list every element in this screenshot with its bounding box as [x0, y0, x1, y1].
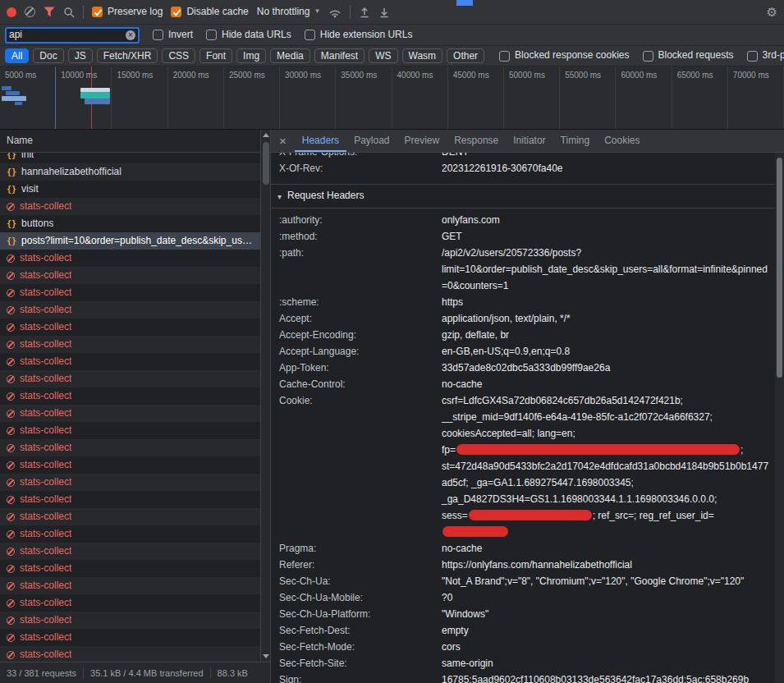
tab-cookies[interactable]: Cookies	[597, 130, 647, 152]
hide-extension-urls-checkbox[interactable]: Hide extension URLs	[305, 29, 413, 42]
request-row[interactable]: stats-collect	[0, 543, 270, 560]
request-row[interactable]: {}buttons	[0, 215, 270, 232]
header-name: Sec-Fetch-Mode:	[279, 639, 442, 655]
request-row[interactable]: stats-collect	[0, 387, 270, 405]
request-headers-list: :authority:onlyfans.com:method:GET:path:…	[271, 209, 784, 683]
request-row[interactable]: stats-collect	[0, 284, 270, 301]
request-row[interactable]: stats-collect	[0, 560, 270, 577]
request-row[interactable]: stats-collect	[0, 594, 270, 612]
request-row[interactable]: stats-collect	[0, 405, 270, 422]
filter-chip-manifest[interactable]: Manifest	[314, 48, 364, 63]
scrollbar-up-arrow-icon[interactable]	[263, 133, 269, 137]
blocked-request-icon	[7, 444, 15, 452]
request-row[interactable]: stats-collect	[0, 353, 270, 370]
tab-preview[interactable]: Preview	[397, 130, 447, 152]
json-request-icon: {}	[7, 219, 16, 228]
redaction-marker	[469, 510, 592, 520]
details-scrollbar-thumb[interactable]	[777, 158, 782, 378]
request-name: stats-collect	[20, 545, 71, 558]
request-row[interactable]: stats-collect	[0, 456, 270, 474]
request-name: stats-collect	[20, 269, 71, 282]
request-row[interactable]: {}visit	[0, 181, 270, 198]
scrollbar-down-arrow-icon[interactable]	[263, 654, 269, 658]
request-name: stats-collect	[20, 493, 71, 507]
request-row[interactable]: {}init	[0, 153, 270, 163]
tab-response[interactable]: Response	[447, 130, 506, 152]
waterfall-event-line	[55, 66, 56, 129]
checkbox-3rd-party-requests[interactable]: 3rd-party requests	[747, 49, 784, 62]
filter-chip-font[interactable]: Font	[199, 48, 232, 63]
filter-bar: × Invert Hide data URLs Hide extension U…	[0, 25, 784, 46]
request-row[interactable]: stats-collect	[0, 267, 270, 284]
request-row[interactable]: stats-collect	[0, 336, 270, 353]
request-row[interactable]: stats-collect	[0, 491, 270, 508]
checkbox-blocked-requests[interactable]: Blocked requests	[643, 49, 734, 62]
disable-cache-checkbox[interactable]: Disable cache	[171, 6, 248, 19]
filter-chip-all[interactable]: All	[5, 48, 29, 63]
clear-log-button[interactable]	[25, 7, 35, 17]
tab-timing[interactable]: Timing	[553, 130, 598, 152]
header-value-text: _ga_D4827DS3H4=GS1.1.1698003344.1.1.1698…	[442, 493, 717, 505]
request-row[interactable]: stats-collect	[0, 198, 270, 215]
waterfall-bar	[2, 86, 11, 90]
import-har-icon[interactable]	[359, 7, 370, 18]
filter-icon[interactable]	[44, 7, 55, 17]
network-conditions-icon[interactable]	[328, 7, 342, 18]
request-row[interactable]: stats-collect	[0, 319, 270, 336]
name-column-header[interactable]: Name	[0, 130, 270, 153]
network-overview[interactable]: 5000 ms10000 ms15000 ms20000 ms25000 ms3…	[0, 66, 784, 130]
request-row[interactable]: stats-collect	[0, 508, 270, 525]
blocked-request-icon	[7, 272, 15, 280]
blocked-request-icon	[7, 651, 15, 659]
export-har-icon[interactable]	[378, 7, 390, 18]
preserve-log-checkbox[interactable]: Preserve log	[92, 6, 163, 19]
request-row[interactable]: stats-collect	[0, 370, 270, 387]
filter-chip-js[interactable]: JS	[68, 48, 93, 63]
tab-headers[interactable]: Headers	[295, 130, 346, 152]
hide-data-urls-checkbox[interactable]: Hide data URLs	[206, 29, 291, 42]
request-row[interactable]: {}posts?limit=10&order=publish_date_desc…	[0, 232, 270, 250]
request-headers-section-header[interactable]: ▾ Request Headers	[271, 185, 784, 209]
filter-chip-wasm[interactable]: Wasm	[402, 48, 443, 63]
request-name: stats-collect	[20, 511, 71, 524]
filter-chip-ws[interactable]: WS	[369, 48, 397, 63]
request-row[interactable]: stats-collect	[0, 250, 270, 267]
settings-gear-icon[interactable]: ⚙	[767, 4, 777, 21]
request-name: hannahelizabethofficial	[21, 166, 121, 179]
blocked-request-icon	[7, 306, 15, 314]
clear-filter-icon[interactable]: ×	[126, 30, 135, 40]
request-row[interactable]: stats-collect	[0, 629, 270, 646]
filter-chip-doc[interactable]: Doc	[33, 48, 63, 63]
filter-chip-other[interactable]: Other	[447, 48, 484, 63]
close-details-icon[interactable]: ×	[271, 133, 295, 149]
filter-chip-img[interactable]: Img	[236, 48, 266, 63]
request-row[interactable]: stats-collect	[0, 646, 270, 662]
blocked-request-icon	[7, 530, 15, 539]
header-row: :path:/api2/v2/users/20572336/posts?limi…	[271, 245, 784, 294]
filter-chip-media[interactable]: Media	[270, 48, 310, 63]
blocked-request-icon	[7, 479, 15, 487]
request-row[interactable]: stats-collect	[0, 474, 270, 491]
record-button[interactable]	[7, 7, 16, 17]
header-row: Accept-Encoding:gzip, deflate, br	[271, 327, 784, 343]
filter-input[interactable]	[9, 29, 122, 42]
header-row: X-Frame-Options:DENY	[271, 153, 784, 160]
tab-payload[interactable]: Payload	[346, 130, 397, 152]
request-row[interactable]: stats-collect	[0, 577, 270, 594]
request-row[interactable]: stats-collect	[0, 525, 270, 543]
header-value: onlyfans.com	[442, 212, 769, 228]
filter-chip-css[interactable]: CSS	[162, 48, 195, 63]
scrollbar-thumb[interactable]	[263, 142, 269, 185]
status-bar: 33 / 381 requests 35.1 kB / 4.4 MB trans…	[0, 662, 270, 683]
tab-initiator[interactable]: Initiator	[506, 130, 552, 152]
request-row[interactable]: {}hannahelizabethofficial	[0, 163, 270, 181]
request-row[interactable]: stats-collect	[0, 439, 270, 456]
filter-chip-fetch-xhr[interactable]: Fetch/XHR	[97, 48, 158, 63]
checkbox-blocked-response-cookies[interactable]: Blocked response cookies	[499, 49, 629, 62]
search-icon[interactable]	[63, 7, 75, 18]
throttling-dropdown[interactable]: No throttling ▼	[257, 6, 321, 19]
invert-checkbox[interactable]: Invert	[153, 29, 193, 42]
request-row[interactable]: stats-collect	[0, 422, 270, 439]
request-row[interactable]: stats-collect	[0, 301, 270, 319]
request-row[interactable]: stats-collect	[0, 612, 270, 629]
